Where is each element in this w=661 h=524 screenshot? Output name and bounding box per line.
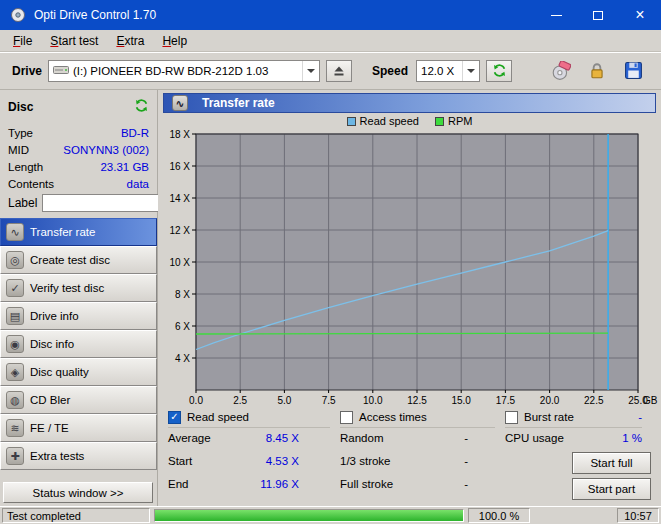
disc-field-label: Length (8, 161, 43, 173)
result-label: Start (168, 455, 192, 467)
padlock-icon (588, 62, 606, 80)
disc-label-row: Label (0, 192, 157, 214)
legend-item-read-speed: Read speed (347, 115, 419, 127)
create-test-disc-icon: ◎ (6, 251, 24, 269)
disc-field-contents: Contentsdata (8, 175, 149, 192)
sidebar-item-disc-quality[interactable]: ◈Disc quality (0, 358, 157, 386)
speed-select-arrow[interactable] (462, 61, 479, 81)
burst-rate-checkbox[interactable] (505, 411, 518, 424)
svg-text:15.0: 15.0 (451, 395, 471, 406)
sidebar-item-label: Extra tests (30, 450, 84, 462)
sidebar: ∿Transfer rate◎Create test disc✓Verify t… (0, 218, 157, 470)
disc-quality-icon: ◈ (6, 363, 24, 381)
app-icon (10, 7, 26, 23)
main-area: ∿ Transfer rate Read speedRPM 4 X6 X8 X1… (158, 90, 661, 506)
drive-select-value: (I:) PIONEER BD-RW BDR-212D 1.03 (69, 65, 302, 77)
read-speed-checkbox[interactable]: ✓ (168, 411, 181, 424)
access-times-checkbox[interactable] (340, 411, 353, 424)
svg-text:18 X: 18 X (169, 129, 190, 140)
svg-text:17.5: 17.5 (496, 395, 516, 406)
sidebar-item-transfer-rate[interactable]: ∿Transfer rate (0, 218, 157, 246)
progress-bar-fill (155, 510, 463, 521)
sidebar-item-disc-info[interactable]: ◉Disc info (0, 330, 157, 358)
refresh-icon (492, 63, 507, 78)
sidebar-item-fe-te[interactable]: ≋FE / TE (0, 414, 157, 442)
menu-item-start-test[interactable]: Start test (41, 31, 107, 51)
start-part-button[interactable]: Start part (572, 478, 651, 500)
menu-item-help[interactable]: Help (153, 31, 196, 51)
sidebar-item-label: Disc info (30, 338, 74, 350)
disc-label-caption: Label (8, 196, 37, 210)
erase-disc-button[interactable] (549, 59, 573, 83)
svg-text:2.5: 2.5 (233, 395, 247, 406)
save-icon (624, 61, 643, 80)
close-button[interactable]: × (619, 0, 661, 30)
progress-percent: 100.0 % (468, 508, 530, 523)
title-bar: Opti Drive Control 1.70 × (0, 0, 661, 30)
svg-text:6 X: 6 X (175, 321, 190, 332)
menu-item-extra[interactable]: Extra (107, 31, 153, 51)
extra-tests-icon: ✚ (6, 447, 24, 465)
speed-select[interactable]: 12.0 X (416, 60, 480, 82)
results-access-column: Random-1/3 stroke-Full stroke- (340, 426, 468, 495)
sidebar-item-verify-test-disc[interactable]: ✓Verify test disc (0, 274, 157, 302)
result-value: 11.96 X (260, 478, 299, 490)
start-full-button[interactable]: Start full (572, 452, 651, 474)
sidebar-item-cd-bler[interactable]: ◍CD Bler (0, 386, 157, 414)
clock-text: 10:57 (624, 510, 652, 522)
chart-legend: Read speedRPM (158, 115, 661, 127)
minimize-button[interactable] (535, 0, 577, 30)
svg-text:14 X: 14 X (169, 193, 190, 204)
sidebar-item-label: Create test disc (30, 254, 110, 266)
lock-button[interactable] (585, 59, 609, 83)
status-window-button[interactable]: Status window >> (3, 482, 153, 503)
svg-text:20.0: 20.0 (540, 395, 560, 406)
drive-select[interactable]: (I:) PIONEER BD-RW BDR-212D 1.03 (48, 60, 320, 82)
sidebar-item-label: Disc quality (30, 366, 89, 378)
sidebar-item-label: Transfer rate (30, 226, 95, 238)
disc-field-value[interactable]: data (127, 178, 149, 190)
refresh-speeds-button[interactable] (486, 60, 512, 82)
eject-button[interactable] (326, 60, 352, 82)
status-window-label: Status window >> (33, 487, 124, 499)
chevron-down-icon (307, 69, 315, 77)
disc-field-label: MID (8, 144, 29, 156)
disc-field-value: SONYNN3 (002) (63, 144, 149, 156)
sidebar-item-label: Drive info (30, 310, 79, 322)
refresh-icon (134, 98, 149, 113)
sidebar-item-extra-tests[interactable]: ✚Extra tests (0, 442, 157, 470)
eject-icon (333, 65, 345, 77)
result-label: Full stroke (340, 478, 393, 490)
sidebar-item-label: Verify test disc (30, 282, 104, 294)
maximize-button[interactable] (577, 0, 619, 30)
disc-field-label: Contents (8, 178, 54, 190)
access-random-row: Random- (340, 426, 468, 449)
svg-text:0.0: 0.0 (189, 395, 203, 406)
drive-label: Drive (12, 64, 42, 78)
result-value: - (464, 432, 468, 444)
access-times-checkbox-label: Access times (359, 411, 427, 423)
left-panel: Disc TypeBD-RMIDSONYNN3 (002)Length23.31… (0, 90, 158, 506)
maximize-icon (593, 11, 603, 20)
refresh-disc-button[interactable] (134, 98, 149, 116)
sidebar-item-create-test-disc[interactable]: ◎Create test disc (0, 246, 157, 274)
burst-rate-value: - (638, 411, 642, 423)
window-title: Opti Drive Control 1.70 (34, 8, 156, 22)
burst-rate-checkbox-label: Burst rate (524, 411, 574, 423)
disc-info-icon: ◉ (6, 335, 24, 353)
save-button[interactable] (621, 59, 645, 83)
drive-select-arrow[interactable] (302, 61, 319, 81)
clock: 10:57 (617, 508, 659, 523)
results-speed-column: Average8.45 XStart4.53 XEnd11.96 X (168, 426, 299, 495)
sidebar-item-drive-info[interactable]: ▤Drive info (0, 302, 157, 330)
legend-swatch-icon (347, 117, 356, 126)
drive-toolbar: Drive (I:) PIONEER BD-RW BDR-212D 1.03 S… (0, 52, 661, 90)
cpu-usage-row: CPU usage 1 % (505, 426, 642, 449)
svg-text:12 X: 12 X (169, 225, 190, 236)
menu-item-file[interactable]: File (4, 31, 41, 51)
disc-field-type: TypeBD-R (8, 124, 149, 141)
disc-section-title: Disc (8, 100, 33, 114)
legend-item-rpm: RPM (435, 115, 472, 127)
access-full-stroke-row: Full stroke- (340, 472, 468, 495)
erase-disc-icon (551, 61, 571, 81)
